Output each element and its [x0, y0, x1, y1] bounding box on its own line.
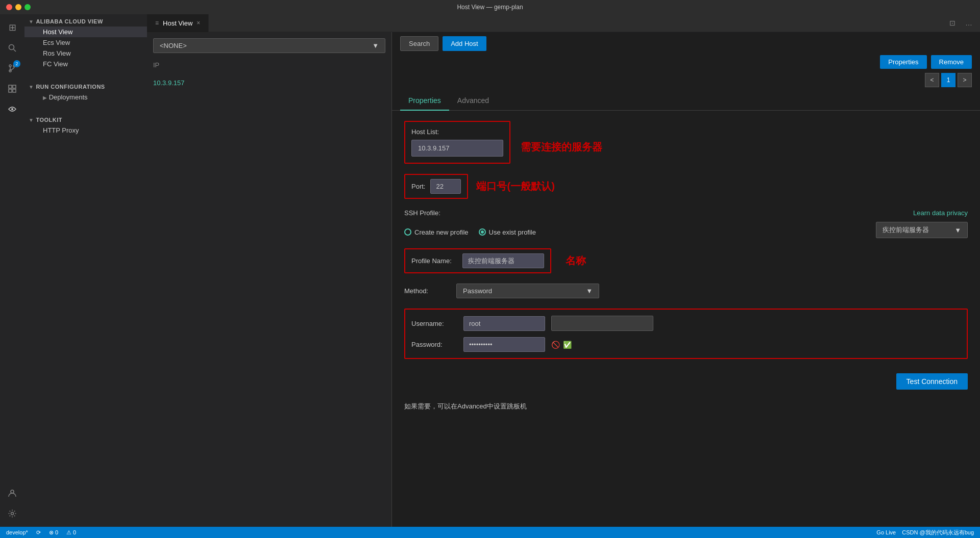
host-list-input[interactable] [411, 140, 503, 157]
source-control-icon[interactable]: 2 [3, 59, 21, 78]
pagination: < 1 > [392, 73, 980, 91]
ip-label: IP [153, 59, 385, 71]
minimize-button[interactable] [15, 4, 21, 10]
titlebar: Host View — gemp-plan [0, 0, 980, 14]
host-list-section: Host List: 需要连接的服务器 [404, 121, 968, 164]
sidebar-item-ecs-view[interactable]: Ecs View [24, 37, 147, 48]
warnings-count[interactable]: ⚠ 0 [66, 529, 76, 536]
sidebar-section-run-header[interactable]: ▼ RUN CONFIGURATIONS [24, 82, 147, 92]
settings-icon[interactable] [3, 504, 21, 523]
tab-bar: ≡ Host View × ⊡ … [147, 14, 980, 32]
sync-icon[interactable]: ⟳ [36, 529, 41, 536]
git-branch[interactable]: develop* [6, 529, 28, 535]
sidebar-section-alibaba: ▼ ALIBABA CLOUD VIEW Host View Ecs View … [24, 14, 147, 71]
profile-name-input[interactable] [462, 253, 544, 268]
sidebar-item-deployments[interactable]: ▶ Deployments [24, 92, 147, 103]
sidebar-section-toolkit-header[interactable]: ▼ TOOLKIT [24, 115, 147, 125]
badge: 2 [13, 60, 20, 67]
svg-rect-7 [9, 89, 12, 92]
port-input[interactable] [430, 179, 461, 194]
radio-use-exist[interactable]: Use exist profile [479, 228, 536, 236]
sidebar-item-ros-view[interactable]: Ros View [24, 48, 147, 59]
status-bar: develop* ⟳ ⊗ 0 ⚠ 0 Go Live CSDN @我的代码永远有… [0, 527, 980, 538]
go-live-button[interactable]: Go Live [876, 529, 896, 535]
svg-point-11 [11, 513, 14, 515]
sidebar-item-fc-view[interactable]: FC View [24, 59, 147, 69]
username-label: Username: [411, 320, 457, 327]
status-right: Go Live CSDN @我的代码永远有bug [876, 529, 974, 536]
svg-rect-6 [13, 85, 16, 88]
password-label: Password: [411, 341, 457, 348]
properties-remove-row: Properties Remove [392, 55, 980, 73]
chevron-down-icon: ▼ [29, 117, 34, 123]
svg-point-9 [11, 108, 13, 110]
learn-privacy-link[interactable]: Learn data privacy [913, 209, 968, 217]
chevron-down-icon: ▼ [586, 287, 593, 295]
test-connection-button[interactable]: Test Connection [896, 373, 968, 390]
ssh-profile-label: SSH Profile: [404, 209, 440, 217]
tab-icon: ≡ [155, 19, 159, 27]
annotation-name: 名称 [566, 254, 586, 268]
tab-host-view[interactable]: ≡ Host View × [147, 14, 209, 32]
radio-inner [481, 230, 484, 234]
remote-icon[interactable] [3, 100, 21, 118]
svg-point-0 [9, 45, 14, 50]
topbar-icons: ⊡ … [945, 16, 980, 30]
tab-advanced[interactable]: Advanced [449, 91, 497, 111]
errors-count[interactable]: ⊗ 0 [49, 529, 58, 536]
csdn-info: CSDN @我的代码永远有bug [902, 529, 974, 536]
username-input[interactable] [463, 316, 545, 331]
tab-properties[interactable]: Properties [400, 91, 449, 111]
properties-button[interactable]: Properties [880, 55, 926, 69]
svg-rect-5 [9, 85, 12, 88]
radio-create-new[interactable]: Create new profile [404, 228, 469, 236]
add-host-button[interactable]: Add Host [443, 36, 486, 51]
right-panel-top: Search Add Host [392, 32, 980, 55]
profile-dropdown[interactable]: 疾控前端服务器 ▼ [876, 222, 968, 238]
current-page: 1 [941, 73, 955, 87]
svg-rect-8 [13, 89, 16, 92]
tab-label: Host View [163, 19, 192, 27]
sidebar-item-host-view[interactable]: Host View [24, 27, 147, 37]
search-icon[interactable] [3, 39, 21, 57]
test-connection-row: Test Connection [404, 373, 968, 390]
main-panel: <NONE> ▼ IP 10.3.9.157 Search Add Host P… [147, 32, 980, 527]
close-button[interactable] [6, 4, 12, 10]
method-row: Method: Password ▼ [404, 284, 968, 298]
method-value: Password [463, 287, 492, 295]
sidebar-section-alibaba-header[interactable]: ▼ ALIBABA CLOUD VIEW [24, 16, 147, 27]
account-icon[interactable] [3, 484, 21, 502]
footer-note: 如果需要，可以在Advanced中设置跳板机 [404, 402, 968, 411]
more-actions-icon[interactable]: … [962, 16, 976, 30]
search-button[interactable]: Search [400, 36, 438, 51]
ip-value[interactable]: 10.3.9.157 [153, 77, 385, 89]
remove-button[interactable]: Remove [931, 55, 972, 69]
split-editor-icon[interactable]: ⊡ [945, 16, 960, 30]
svg-point-10 [11, 490, 14, 493]
next-page-button[interactable]: > [958, 73, 972, 87]
sidebar-section-toolkit-label: TOOLKIT [36, 117, 62, 123]
port-section: Port: 端口号(一般默认) [404, 174, 968, 199]
radio-group: Create new profile Use exist profile [404, 228, 536, 236]
sidebar-item-http-proxy[interactable]: HTTP Proxy [24, 125, 147, 136]
files-icon[interactable]: ⊞ [3, 18, 21, 37]
password-input[interactable] [463, 337, 545, 352]
none-dropdown[interactable]: <NONE> ▼ [153, 38, 385, 53]
tab-close-button[interactable]: × [197, 19, 200, 27]
username-row: Username: [411, 316, 961, 331]
dropdown-value: <NONE> [160, 42, 187, 49]
check-circle-icon[interactable]: ✅ [563, 341, 572, 349]
search-add-buttons: Search Add Host [400, 36, 486, 51]
profile-dropdown-value: 疾控前端服务器 [883, 225, 929, 235]
eye-off-icon[interactable]: 🚫 [551, 341, 560, 349]
sidebar: ▼ ALIBABA CLOUD VIEW Host View Ecs View … [24, 14, 147, 527]
maximize-button[interactable] [24, 4, 31, 10]
window-title: Host View — gemp-plan [457, 4, 523, 11]
annotation-port: 端口号(一般默认) [476, 180, 554, 193]
extensions-icon[interactable] [3, 80, 21, 98]
credentials-section: Username: Password: 🚫 ✅ [404, 309, 968, 359]
method-dropdown[interactable]: Password ▼ [456, 284, 599, 298]
prev-page-button[interactable]: < [925, 73, 939, 87]
status-left: develop* ⟳ ⊗ 0 ⚠ 0 [6, 529, 76, 536]
radio-dot [404, 228, 411, 236]
